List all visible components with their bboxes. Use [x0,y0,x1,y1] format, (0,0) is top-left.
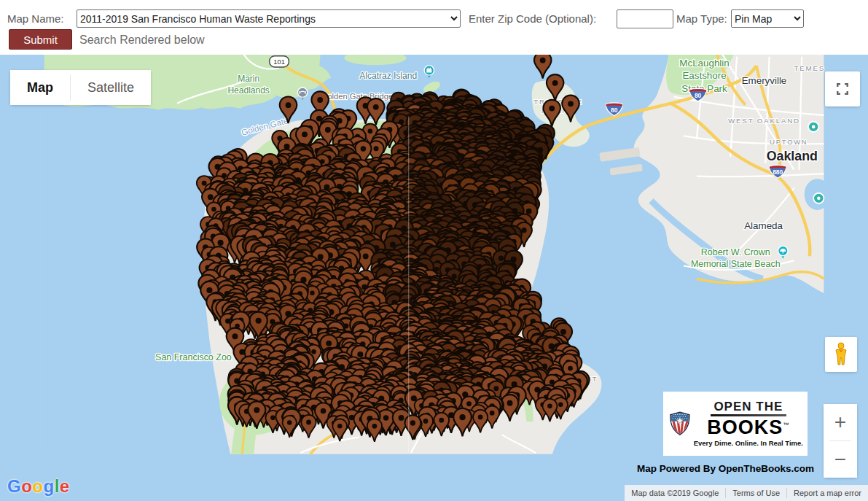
map-type-label: Map Type: [676,12,727,25]
map-container[interactable]: MarinHeadlandsGolden GateGolden Gate Bri… [0,55,868,501]
map-label: TEMES [794,64,826,72]
google-logo-letter: o [32,476,43,496]
google-logo-letter: e [60,476,70,496]
map-label: Golden Gate Bridge [321,92,393,101]
svg-text:80: 80 [695,92,702,99]
svg-text:101: 101 [273,58,285,66]
poi-marker-dot-icon[interactable] [813,193,824,203]
attribution-bar: Map data ©2019 Google Terms of Use Repor… [625,485,868,501]
terms-of-use-link[interactable]: Terms of Use [726,489,786,497]
google-logo-letter: o [21,476,32,496]
map-label: Emeryville [742,75,787,86]
report-map-error-link[interactable]: Report a map error [787,489,868,497]
fullscreen-button[interactable] [825,71,860,106]
pegman-icon [833,342,849,367]
map-type-select[interactable]: Pin Map [731,9,804,28]
map-view-button[interactable]: Map [10,70,70,105]
svg-text:80: 80 [611,106,618,114]
svg-text:880: 880 [773,168,783,176]
satellite-view-button[interactable]: Satellite [71,70,151,105]
zip-input[interactable] [617,9,673,28]
pegman-control[interactable] [825,337,857,372]
map-label: Alcatraz Island [359,71,417,81]
map-label: UPTOWN [770,139,808,146]
zoom-in-button[interactable]: + [824,404,857,440]
map-name-label: Map Name: [7,12,64,25]
openthebooks-logo[interactable]: OPEN THE BOOKS™ Every Dime. Online. In R… [663,392,808,456]
google-logo[interactable]: Google [7,476,70,497]
map-label: San Francisco Zoo [155,352,232,362]
otb-tagline: Every Dime. Online. In Real Time. [694,439,803,447]
zip-label: Enter Zip Code (Optional): [469,12,596,25]
google-logo-letter: g [44,476,55,496]
us-route-shield: 101 [270,56,289,67]
submit-button[interactable]: Submit [9,29,72,50]
map-name-select[interactable]: 2011-2019 San Francisco Human Waste Repo… [77,9,461,28]
fullscreen-icon [836,82,849,96]
otb-wordmark: OPEN THE BOOKS™ Every Dime. Online. In R… [694,400,803,448]
poi-marker-dot-icon[interactable] [808,122,818,132]
map-label: McLaughlinEastshoreState Park [679,58,729,94]
zoom-control: + − [824,404,857,478]
map-label: WEST OAKLAND [728,117,800,125]
page: Map Name: 2011-2019 San Francisco Human … [0,0,868,501]
google-logo-letter: G [7,476,21,496]
otb-line1: OPEN THE [713,400,783,413]
zoom-out-button[interactable]: − [824,441,857,478]
powered-by-text: Map Powered By OpenTheBooks.com [637,463,814,474]
map-type-control: Map Satellite [10,70,151,105]
otb-shield-icon [669,397,691,451]
map-label: Alameda [744,220,783,231]
google-logo-letter: l [55,476,60,496]
search-status-text: Search Rendered below [79,34,205,47]
toolbar: Map Name: 2011-2019 San Francisco Human … [0,0,868,55]
map-label: Oakland [767,149,818,163]
map-data-attribution: Map data ©2019 Google [625,489,725,497]
otb-line2: BOOKS™ [707,418,789,438]
